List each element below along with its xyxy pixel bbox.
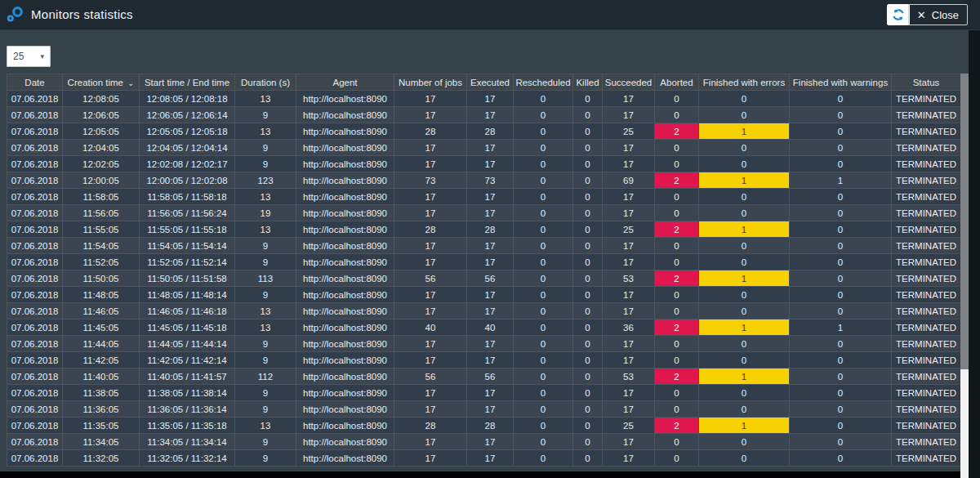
cell-duration: 9 (235, 385, 296, 401)
scrollbar-thumb[interactable] (960, 74, 969, 369)
column-header-finished_warnings[interactable]: Finished with warnings (790, 74, 892, 91)
cell-creation: 11:36:05 (63, 401, 140, 418)
column-header-succeeded[interactable]: Succeeded (603, 74, 655, 91)
cell-status: TERMINATED (892, 238, 961, 254)
cell-aborted-alert: 2 (655, 123, 699, 140)
cell-finished_errors: 0 (699, 107, 790, 123)
cell-creation: 11:50:05 (63, 270, 140, 287)
cell-agent: http://localhost:8090 (296, 418, 394, 434)
table-row[interactable]: 07.06.201811:35:0511:35:05 / 11:35:1813h… (7, 418, 961, 434)
cell-date: 07.06.2018 (7, 123, 63, 140)
vertical-scrollbar[interactable] (960, 74, 969, 478)
table-row[interactable]: 07.06.201812:04:0512:04:05 / 12:04:149ht… (7, 140, 961, 156)
table-row[interactable]: 07.06.201812:05:0512:05:05 / 12:05:1813h… (7, 123, 961, 140)
table-row[interactable]: 07.06.201811:36:0511:36:05 / 11:36:149ht… (7, 401, 961, 418)
cell-aborted: 0 (655, 140, 699, 156)
cell-duration: 13 (235, 91, 296, 107)
cell-date: 07.06.2018 (7, 336, 63, 352)
column-header-agent[interactable]: Agent (296, 74, 394, 91)
cell-date: 07.06.2018 (7, 287, 63, 303)
cell-finished_warnings: 0 (790, 189, 892, 205)
cell-finished_warnings: 0 (790, 336, 892, 352)
cell-date: 07.06.2018 (7, 418, 63, 434)
cell-finished_errors: 0 (699, 385, 790, 401)
cell-finished_errors: 0 (699, 91, 790, 107)
column-header-rescheduled[interactable]: Rescheduled (514, 74, 573, 91)
table-row[interactable]: 07.06.201812:02:0512:02:08 / 12:02:179ht… (7, 156, 961, 172)
refresh-button[interactable] (887, 4, 910, 25)
table-row[interactable]: 07.06.201811:48:0511:48:05 / 11:48:149ht… (7, 287, 961, 303)
cell-status: TERMINATED (892, 434, 961, 450)
cell-creation: 12:05:05 (63, 123, 140, 140)
cell-creation: 11:38:05 (63, 385, 140, 401)
table-row[interactable]: 07.06.201811:32:0511:32:05 / 11:32:149ht… (7, 450, 961, 467)
column-header-status[interactable]: Status (892, 74, 961, 91)
cell-agent: http://localhost:8090 (296, 172, 394, 189)
cell-duration: 123 (235, 172, 296, 189)
cell-executed: 28 (467, 221, 514, 238)
cell-aborted: 0 (655, 303, 699, 319)
cell-aborted: 0 (655, 254, 699, 270)
cell-rescheduled: 0 (514, 352, 573, 369)
cell-agent: http://localhost:8090 (296, 238, 394, 254)
table-row[interactable]: 07.06.201811:54:0511:54:05 / 11:54:149ht… (7, 238, 961, 254)
cell-status: TERMINATED (892, 385, 961, 401)
cell-creation: 11:34:05 (63, 434, 140, 450)
table-row[interactable]: 07.06.201811:44:0511:44:05 / 11:44:149ht… (7, 336, 961, 352)
cell-succeeded: 17 (603, 91, 655, 107)
column-header-aborted[interactable]: Aborted (655, 74, 699, 91)
cell-rescheduled: 0 (514, 205, 573, 221)
cell-killed: 0 (573, 450, 603, 467)
column-header-executed[interactable]: Executed (467, 74, 514, 91)
cell-jobs: 17 (394, 91, 467, 107)
table-row[interactable]: 07.06.201811:34:0511:34:05 / 11:34:149ht… (7, 434, 961, 450)
table-row[interactable]: 07.06.201811:58:0511:58:05 / 11:58:1813h… (7, 189, 961, 205)
cell-executed: 17 (467, 303, 514, 319)
close-button[interactable]: ✕ Close (908, 4, 968, 25)
table-row[interactable]: 07.06.201811:50:0511:50:05 / 11:51:58113… (7, 270, 961, 287)
cell-finished_warnings: 0 (790, 369, 892, 385)
table-row[interactable]: 07.06.201811:38:0511:38:05 / 11:38:149ht… (7, 385, 961, 401)
table-row[interactable]: 07.06.201812:00:0512:00:05 / 12:02:08123… (7, 172, 961, 189)
cell-jobs: 56 (394, 270, 467, 287)
cell-creation: 11:52:05 (63, 254, 140, 270)
table-row[interactable]: 07.06.201811:45:0511:45:05 / 11:45:1813h… (7, 319, 961, 336)
column-header-start_end[interactable]: Start time / End time (140, 74, 235, 91)
column-header-killed[interactable]: Killed (573, 74, 603, 91)
cell-killed: 0 (573, 434, 603, 450)
cell-date: 07.06.2018 (7, 156, 63, 172)
column-header-creation[interactable]: Creation time⌄ (63, 74, 140, 91)
cell-date: 07.06.2018 (7, 385, 63, 401)
table-row[interactable]: 07.06.201811:40:0511:40:05 / 11:41:57112… (7, 369, 961, 385)
cell-creation: 11:46:05 (63, 303, 140, 319)
table-row[interactable]: 07.06.201811:52:0511:52:05 / 11:52:149ht… (7, 254, 961, 270)
title-bar: Monitors statistics ✕ Close (0, 0, 980, 29)
table-row[interactable]: 07.06.201811:55:0511:55:05 / 11:55:1813h… (7, 221, 961, 238)
cell-start_end: 12:00:05 / 12:02:08 (140, 172, 235, 189)
page-size-select[interactable]: 25 ▾ (7, 46, 51, 67)
table-row[interactable]: 07.06.201812:08:0512:08:05 / 12:08:1813h… (7, 91, 961, 107)
column-header-finished_errors[interactable]: Finished with errors (699, 74, 790, 91)
cell-start_end: 11:50:05 / 11:51:58 (140, 270, 235, 287)
cell-duration: 113 (235, 270, 296, 287)
cell-creation: 11:56:05 (63, 205, 140, 221)
column-header-date[interactable]: Date (7, 74, 63, 91)
table-row[interactable]: 07.06.201811:46:0511:46:05 / 11:46:1813h… (7, 303, 961, 319)
table-row[interactable]: 07.06.201811:56:0511:56:05 / 11:56:2419h… (7, 205, 961, 221)
table-row[interactable]: 07.06.201812:06:0512:06:05 / 12:06:149ht… (7, 107, 961, 123)
cell-aborted: 0 (655, 434, 699, 450)
cell-date: 07.06.2018 (7, 450, 63, 467)
cell-agent: http://localhost:8090 (296, 140, 394, 156)
cell-status: TERMINATED (892, 401, 961, 418)
cell-jobs: 56 (394, 369, 467, 385)
cell-executed: 73 (467, 172, 514, 189)
cell-agent: http://localhost:8090 (296, 434, 394, 450)
cell-killed: 0 (573, 238, 603, 254)
cell-errors-alert: 1 (699, 172, 790, 189)
cell-succeeded: 53 (603, 270, 655, 287)
cell-duration: 9 (235, 156, 296, 172)
cell-agent: http://localhost:8090 (296, 205, 394, 221)
table-row[interactable]: 07.06.201811:42:0511:42:05 / 11:42:149ht… (7, 352, 961, 369)
column-header-duration[interactable]: Duration (s) (235, 74, 296, 91)
column-header-jobs[interactable]: Number of jobs (394, 74, 467, 91)
